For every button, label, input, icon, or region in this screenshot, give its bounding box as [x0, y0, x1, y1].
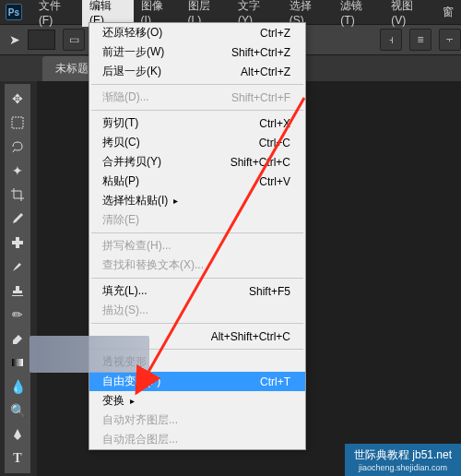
menu-item-label: 渐隐(D)...: [102, 89, 149, 105]
menu-item-0[interactable]: 还原轻移(O)Ctrl+Z: [89, 23, 305, 42]
crop-tool[interactable]: [6, 184, 29, 206]
menu-item-shortcut: Alt+Shift+Ctrl+C: [211, 330, 290, 343]
eraser-tool[interactable]: [6, 327, 29, 350]
eyedropper-tool[interactable]: [6, 208, 29, 230]
brush-tool[interactable]: [6, 256, 29, 278]
menu-separator: [91, 323, 303, 324]
menu-item-1[interactable]: 前进一步(W)Shift+Ctrl+Z: [89, 42, 305, 62]
menu-item-25: 自动混合图层...: [89, 430, 305, 449]
menu-separator: [91, 232, 303, 233]
menu-item-label: 自由变换(F): [102, 374, 160, 389]
menu-item-shortcut: Shift+F5: [249, 285, 290, 298]
menu-item-label: 后退一步(K): [102, 64, 161, 79]
menu-item-label: 选择性粘贴(I): [102, 193, 178, 208]
edit-menu-dropdown: 还原轻移(O)Ctrl+Z前进一步(W)Shift+Ctrl+Z后退一步(K)A…: [89, 22, 306, 450]
svg-rect-0: [12, 117, 23, 128]
app-logo: Ps: [6, 4, 22, 20]
menu-item-label: 拼写检查(H)...: [102, 238, 171, 254]
menu-item-6[interactable]: 剪切(T)Ctrl+X: [89, 113, 305, 133]
menu-item-shortcut: Ctrl+X: [259, 117, 290, 130]
menu-item-8[interactable]: 合并拷贝(Y)Shift+Ctrl+C: [89, 152, 305, 172]
menu-view[interactable]: 视图(V): [384, 0, 435, 27]
menu-item-label: 查找和替换文本(X)...: [102, 257, 204, 273]
menu-item-4: 渐隐(D)...Shift+Ctrl+F: [89, 88, 305, 107]
menu-item-shortcut: Ctrl+C: [259, 137, 290, 149]
menu-item-label: 清除(E): [102, 212, 139, 228]
tool-preset-picker[interactable]: [28, 30, 55, 50]
blur-tool[interactable]: 💧: [6, 375, 29, 398]
menu-item-shortcut: Shift+Ctrl+F: [231, 91, 290, 104]
menu-item-label: 拷贝(C): [102, 135, 140, 150]
align-right-icon[interactable]: ⫟: [439, 29, 461, 51]
menu-item-24: 自动对齐图层...: [89, 411, 305, 430]
menu-item-label: 自动对齐图层...: [102, 412, 178, 428]
svg-rect-3: [12, 359, 23, 366]
stamp-tool[interactable]: [6, 280, 29, 302]
watermark-subtext: jiaocheng.shejidian.com: [359, 463, 447, 472]
lasso-tool[interactable]: [6, 136, 29, 158]
pen-tool[interactable]: [6, 423, 29, 446]
menubar: Ps 文件(F) 编辑(E) 图像(I) 图层(L) 文字(Y) 选择(S) 滤…: [0, 0, 461, 24]
menu-separator: [91, 84, 303, 85]
align-left-icon[interactable]: ⫞: [380, 29, 402, 51]
menu-item-11: 清除(E): [89, 210, 305, 230]
option-button-1[interactable]: ▭: [63, 29, 85, 51]
menu-item-22[interactable]: 自由变换(F)Ctrl+T: [89, 372, 305, 391]
menu-item-shortcut: Shift+Ctrl+C: [230, 156, 290, 169]
annotation-smudge: [30, 336, 149, 373]
menu-item-label: 变换: [102, 393, 135, 409]
menu-item-label: 填充(L)...: [102, 283, 148, 299]
menu-item-shortcut: Shift+Ctrl+Z: [231, 46, 290, 59]
healing-tool[interactable]: [6, 232, 29, 254]
menu-file[interactable]: 文件(F): [31, 0, 82, 27]
menu-item-shortcut: Ctrl+Z: [260, 27, 290, 40]
menu-item-label: 自动混合图层...: [102, 432, 178, 447]
menu-item-10[interactable]: 选择性粘贴(I): [89, 191, 305, 210]
move-tool-icon: ➤: [9, 32, 20, 47]
menu-item-label: 前进一步(W): [102, 44, 164, 60]
menu-item-14: 查找和替换文本(X)...: [89, 256, 305, 275]
menu-item-label: 合并拷贝(Y): [102, 154, 161, 170]
menu-item-13: 拼写检查(H)...: [89, 236, 305, 256]
menu-item-label: 描边(S)...: [102, 303, 148, 318]
menu-item-2[interactable]: 后退一步(K)Alt+Ctrl+Z: [89, 62, 305, 81]
menu-window[interactable]: 窗: [435, 5, 461, 20]
menu-filter[interactable]: 滤镜(T): [333, 0, 384, 27]
menu-separator: [91, 278, 303, 279]
dodge-tool[interactable]: 🔍: [6, 399, 29, 422]
watermark-text: 世际典教程 jb51.net: [354, 447, 452, 463]
gradient-tool[interactable]: [6, 351, 29, 374]
watermark: 世际典教程 jb51.net jiaocheng.shejidian.com: [345, 444, 461, 476]
menu-item-shortcut: Ctrl+V: [259, 175, 290, 188]
svg-rect-2: [12, 241, 23, 244]
menu-item-9[interactable]: 粘贴(P)Ctrl+V: [89, 172, 305, 191]
move-tool[interactable]: ✥: [6, 88, 29, 110]
menu-item-shortcut: Alt+Ctrl+Z: [241, 65, 290, 78]
menu-item-7[interactable]: 拷贝(C)Ctrl+C: [89, 133, 305, 152]
align-center-icon[interactable]: ≡: [409, 29, 431, 51]
menu-item-label: 剪切(T): [102, 115, 138, 131]
tools-panel: ✥ ✦ ✏ 💧 🔍 T: [4, 83, 31, 474]
menu-item-shortcut: Ctrl+T: [260, 375, 290, 388]
menu-item-17: 描边(S)...: [89, 301, 305, 320]
menu-item-23[interactable]: 变换: [89, 391, 305, 411]
history-brush-tool[interactable]: ✏: [6, 303, 29, 326]
menu-item-label: 粘贴(P): [102, 173, 139, 189]
wand-tool[interactable]: ✦: [6, 160, 29, 182]
type-tool[interactable]: T: [6, 447, 29, 470]
menu-item-label: 还原轻移(O): [102, 25, 162, 41]
menu-item-16[interactable]: 填充(L)...Shift+F5: [89, 281, 305, 301]
marquee-tool[interactable]: [6, 112, 29, 134]
menu-separator: [91, 110, 303, 111]
